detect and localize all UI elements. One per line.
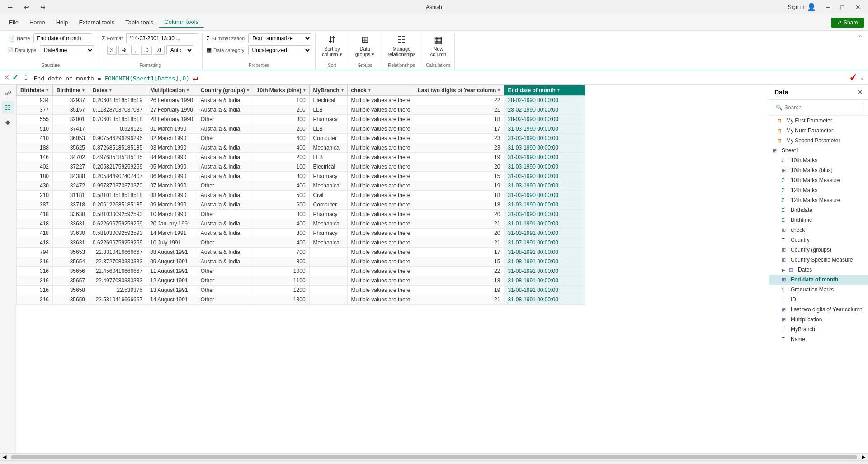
col-end-date-of-month[interactable]: End date of month▾ (504, 85, 585, 96)
field-item[interactable]: ⊞End date of month (769, 275, 868, 285)
datatype-select[interactable]: Date/time (40, 45, 94, 55)
field-item[interactable]: ΣGraduation Marks (769, 285, 868, 295)
formula-checkmark-right[interactable]: ✓ (849, 72, 857, 84)
menu-file[interactable]: File (4, 17, 24, 28)
table-row[interactable]: 418336310.62269675925925910 July 1991Oth… (17, 238, 585, 248)
dec-minus-button[interactable]: .0 (154, 46, 165, 55)
col-birthtime[interactable]: Birthtime▾ (53, 85, 89, 96)
table-row[interactable]: 3163565822.53937513 August 1991Other1200… (17, 286, 585, 295)
field-item[interactable]: Σ12th Marks Measure (769, 195, 868, 205)
menu-external-tools[interactable]: External tools (73, 17, 120, 28)
table-row[interactable]: 7943565322.331041666666708 August 1991Au… (17, 248, 585, 257)
field-item[interactable]: ⊞My Num Parameter (769, 126, 868, 136)
currency-button[interactable]: $ (107, 46, 117, 55)
table-row[interactable]: 418336310.62269675925925920 January 1991… (17, 219, 585, 229)
table-row[interactable]: 418336300.58103009259259314 March 1991Au… (17, 229, 585, 238)
formula-confirm-button[interactable]: ✓ (12, 73, 18, 82)
sort-by-column-button[interactable]: ⇵ Sort bycolumn ▾ (319, 33, 345, 59)
col-last-two-digits[interactable]: Last two digits of Year column▾ (414, 85, 504, 96)
table-row[interactable]: 3163565622.456041666666711 August 1991Ot… (17, 267, 585, 276)
dec-plus-button[interactable]: .0 (141, 46, 152, 55)
field-item[interactable]: ⊞Last two digits of Year column (769, 305, 868, 314)
sidebar-report-view[interactable]: ☍ (2, 87, 14, 99)
percent-button[interactable]: % (118, 46, 130, 55)
table-row[interactable]: 377351570.11828703703703727 February 199… (17, 105, 585, 115)
scroll-thumb[interactable] (11, 455, 857, 459)
search-input-wrap[interactable]: 🔍 (773, 103, 864, 112)
col-birthdate[interactable]: Birthdate▾ (17, 85, 53, 96)
format-input[interactable] (126, 33, 198, 43)
field-item[interactable]: ΣBirthdate (769, 205, 868, 215)
maximize-button[interactable]: □ (837, 2, 848, 13)
search-input[interactable] (784, 104, 861, 111)
ribbon-collapse[interactable]: ⌃ (856, 33, 864, 70)
comma-button[interactable]: , (131, 46, 139, 55)
field-item[interactable]: ⊞Country Specific Measure (769, 255, 868, 265)
col-mybranch[interactable]: MyBranch▾ (309, 85, 347, 96)
sign-in-button[interactable]: Sign in 👤 (785, 2, 819, 12)
redo-button[interactable]: ↪ (37, 2, 49, 13)
table-row[interactable]: 410360530.90754629629629602 March 1990Ot… (17, 134, 585, 143)
field-item[interactable]: ⊞Sheet1 (769, 145, 868, 155)
undo-button[interactable]: ↩ (20, 2, 33, 13)
field-item[interactable]: ⊞My First Parameter (769, 116, 868, 126)
field-item[interactable]: ▶⊞Dates (769, 265, 868, 275)
field-item[interactable]: TID (769, 295, 868, 305)
table-row[interactable]: 555320010.70601851851851828 February 199… (17, 115, 585, 124)
menu-table-tools[interactable]: Table tools (120, 17, 159, 28)
sidebar-data-view[interactable]: ☷ (2, 101, 14, 114)
table-row[interactable]: 418336300.58103009259259310 March 1990Ot… (17, 210, 585, 219)
horizontal-scrollbar[interactable]: ◀ ▶ (0, 453, 868, 460)
formula-cancel-button[interactable]: ✕ (4, 73, 9, 82)
table-row[interactable]: 180343880.20584490740740706 March 1990Au… (17, 172, 585, 181)
table-row[interactable]: 3163565422.372708333333309 August 1991Au… (17, 257, 585, 267)
field-item[interactable]: ⊞check (769, 225, 868, 235)
field-item[interactable]: TMyBranch (769, 324, 868, 334)
data-groups-button[interactable]: ⊞ Datagroups ▾ (353, 33, 377, 59)
column-name-input[interactable] (33, 33, 92, 43)
menu-help[interactable]: Help (51, 17, 74, 28)
col-country-groups[interactable]: Country (groups)▾ (197, 85, 253, 96)
table-row[interactable]: 934329370.20601851851851926 February 199… (17, 96, 585, 105)
table-row[interactable]: 3163565922.581041666666714 August 1991Ot… (17, 295, 585, 305)
field-item[interactable]: ⊞Country (groups) (769, 245, 868, 255)
table-row[interactable]: 210311810.58101851851851808 March 1990Au… (17, 191, 585, 200)
field-item[interactable]: Σ10th Marks (769, 155, 868, 165)
manage-relationships-button[interactable]: ☷ Managerelationships (385, 33, 418, 59)
col-10th-marks-bins[interactable]: 10th Marks (bins)▾ (253, 85, 309, 96)
field-item[interactable]: Σ12th Marks (769, 185, 868, 195)
table-row[interactable]: 402372270.20582175925925905 March 1990Au… (17, 162, 585, 172)
sidebar-model-view[interactable]: ◆ (2, 116, 14, 128)
field-item[interactable]: ΣBirthtime (769, 215, 868, 225)
field-item[interactable]: TName (769, 334, 868, 344)
col-multiplication[interactable]: Multiplication▾ (146, 85, 197, 96)
field-item[interactable]: ⊞My Second Parameter (769, 136, 868, 145)
field-item[interactable]: ⊞10th Marks (bins) (769, 165, 868, 175)
menu-home[interactable]: Home (24, 17, 51, 28)
table-row[interactable]: 3163565722.497708333333312 August 1991Ot… (17, 276, 585, 286)
formula-expand-button[interactable]: ⌄ (860, 75, 864, 81)
datacategory-select[interactable]: Uncategorized (248, 45, 311, 55)
new-column-button[interactable]: ▦ Newcolumn (427, 33, 449, 59)
summarization-select[interactable]: Don't summarize (248, 33, 311, 43)
table-row[interactable]: 387337180.20612268518518509 March 1990Au… (17, 200, 585, 210)
table-row[interactable]: 146347020.49768518518518504 March 1990Au… (17, 153, 585, 162)
window-menu-button[interactable]: ☰ (4, 2, 17, 13)
table-row[interactable]: 188356250.87268518518518503 March 1990Au… (17, 143, 585, 153)
minimize-button[interactable]: − (822, 2, 833, 13)
field-item[interactable]: ⊞Multiplication (769, 314, 868, 324)
menu-column-tools[interactable]: Column tools (159, 17, 204, 28)
share-button[interactable]: ↗ Share (831, 18, 864, 28)
col-check[interactable]: check▾ (347, 85, 414, 96)
auto-select[interactable]: Auto (166, 45, 193, 55)
field-item[interactable]: Σ10th Marks Measure (769, 175, 868, 185)
table-area[interactable]: Birthdate▾ Birthtime▾ Dates▾ Multiplicat… (16, 85, 769, 453)
formula-bar-content[interactable]: End date of month = EOMONTH(Sheet1[Dates… (34, 73, 846, 82)
field-item[interactable]: TCountry (769, 235, 868, 245)
table-row[interactable]: 430324720.99787037037037007 March 1990Ot… (17, 181, 585, 191)
scroll-right-button[interactable]: ▶ (859, 454, 868, 460)
close-panel-icon[interactable]: ✕ (857, 89, 863, 96)
col-dates[interactable]: Dates▾ (89, 85, 146, 96)
scroll-left-button[interactable]: ◀ (0, 454, 9, 460)
close-button[interactable]: ✕ (852, 2, 864, 13)
